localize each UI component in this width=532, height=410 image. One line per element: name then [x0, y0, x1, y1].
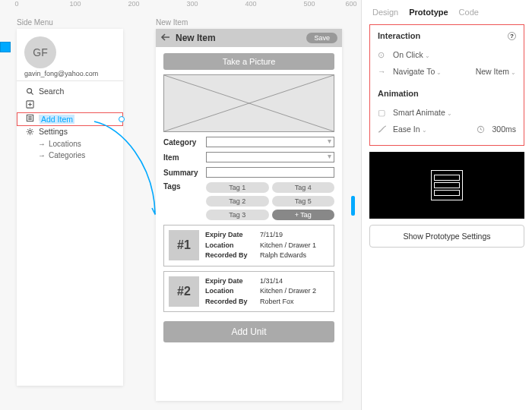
tab-design[interactable]: Design: [372, 8, 398, 17]
design-canvas[interactable]: 0 100 200 300 400 500 600 Side Menu New …: [0, 0, 361, 410]
svg-point-9: [29, 130, 32, 133]
screen-title: New Item: [176, 33, 302, 43]
canvas-scrollbar-thumb[interactable]: [351, 196, 355, 216]
help-icon[interactable]: ?: [508, 32, 516, 40]
prototype-preview[interactable]: [369, 152, 524, 219]
frame-label-side-menu[interactable]: Side Menu: [17, 18, 53, 27]
menu-label: Search: [39, 87, 64, 96]
inspector-panel: Design Prototype Code Interaction? ⊙ On …: [361, 0, 532, 410]
trigger-select[interactable]: On Click⌄: [393, 50, 430, 59]
summary-input[interactable]: [206, 167, 334, 178]
label-summary: Summary: [163, 169, 201, 177]
label-tags: Tags: [163, 182, 201, 220]
menu-item-search[interactable]: Search: [17, 84, 123, 98]
unit-number: #2: [169, 276, 199, 307]
tag-chip[interactable]: Tag 4: [272, 182, 335, 193]
animation-type-select[interactable]: Smart Animate⌄: [393, 108, 452, 117]
back-arrow-icon[interactable]: [160, 31, 171, 45]
category-select[interactable]: [206, 137, 334, 147]
easing-select[interactable]: Ease In⌄: [393, 125, 427, 134]
action-select[interactable]: Navigate To⌄: [393, 67, 442, 76]
label-category: Category: [163, 138, 201, 147]
image-placeholder[interactable]: [163, 74, 334, 132]
menu-item-settings[interactable]: Settings: [17, 125, 123, 138]
gear-icon: [26, 128, 34, 136]
add-tag-button[interactable]: + Tag: [272, 210, 335, 220]
tag-chip[interactable]: Tag 2: [206, 196, 269, 207]
item-select[interactable]: [206, 152, 334, 162]
add-unit-button[interactable]: Add Unit: [163, 321, 334, 342]
search-icon: [26, 87, 34, 96]
frame-new-item[interactable]: New Item Save Take a Picture Category It…: [156, 29, 342, 401]
avatar: GF: [24, 36, 56, 68]
section-title-animation: Animation: [378, 89, 419, 98]
add-box-icon: [26, 100, 34, 109]
arrow-right-icon: →: [38, 140, 46, 148]
unit-number: #1: [169, 230, 199, 260]
ease-curve-icon: [378, 125, 387, 133]
duration-input[interactable]: 300ms: [492, 125, 516, 134]
frame-label-new-item[interactable]: New Item: [156, 18, 188, 27]
svg-point-0: [27, 88, 32, 93]
section-title-interaction: Interaction: [378, 31, 420, 40]
arrow-right-icon: →: [38, 151, 46, 159]
tag-chip[interactable]: Tag 5: [272, 196, 335, 207]
menu-label: Settings: [39, 127, 68, 136]
preview-thumbnail: [431, 170, 463, 200]
unit-card[interactable]: #1 Expiry Date7/11/19 LocationKitchen / …: [163, 225, 334, 266]
animate-icon: ▢: [378, 108, 387, 117]
frame-side-menu[interactable]: GF gavin_fong@yahoo.com Search Reminder …: [17, 29, 123, 386]
svg-line-1: [31, 92, 33, 94]
arrow-right-icon: →: [378, 67, 387, 76]
save-button[interactable]: Save: [306, 33, 337, 43]
tab-code[interactable]: Code: [459, 8, 479, 17]
tab-prototype[interactable]: Prototype: [409, 8, 448, 17]
sub-item-locations[interactable]: →Locations: [17, 138, 123, 150]
tag-chip[interactable]: Tag 1: [206, 182, 269, 193]
ruler-horizontal: 0 100 200 300 400 500 600: [0, 0, 361, 11]
clock-icon: [477, 125, 486, 134]
interaction-section: Interaction? ⊙ On Click⌄ → Navigate To⌄ …: [369, 24, 524, 146]
tag-chip[interactable]: Tag 3: [206, 210, 269, 220]
label-item: Item: [163, 153, 201, 162]
menu-item-add[interactable]: [17, 98, 123, 111]
target-select[interactable]: New Item⌄: [476, 67, 516, 76]
take-picture-button[interactable]: Take a Picture: [163, 53, 334, 70]
unit-card[interactable]: #2 Expiry Date1/31/14 LocationKitchen / …: [163, 271, 334, 313]
ruler-page-marker[interactable]: [0, 42, 11, 52]
lightning-icon: ⊙: [378, 50, 387, 59]
sub-item-categories[interactable]: →Categories: [17, 150, 123, 161]
show-prototype-settings-button[interactable]: Show Prototype Settings: [369, 225, 524, 248]
user-email: gavin_fong@yahoo.com: [17, 70, 123, 81]
selected-text-add-item[interactable]: Add Item: [40, 115, 74, 124]
